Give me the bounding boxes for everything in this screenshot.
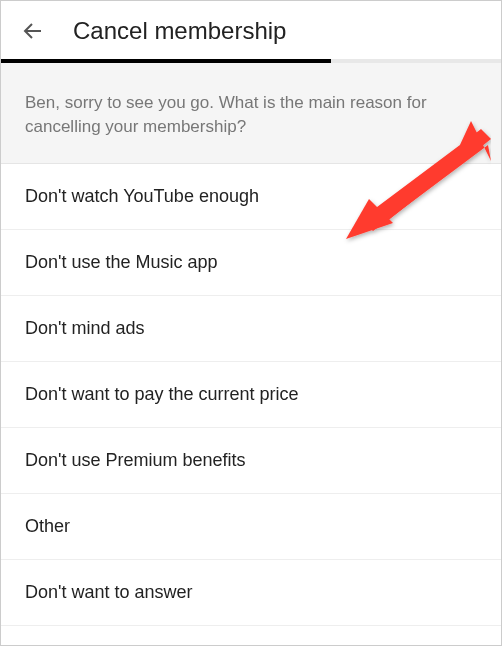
progress-fill [1, 59, 331, 63]
option-dont-want-answer[interactable]: Don't want to answer [1, 560, 501, 626]
page-title: Cancel membership [73, 17, 286, 45]
progress-bar [1, 59, 501, 63]
option-label: Don't mind ads [25, 318, 145, 338]
prompt-area: Ben, sorry to see you go. What is the ma… [1, 63, 501, 164]
option-label: Don't use the Music app [25, 252, 218, 272]
prompt-text: Ben, sorry to see you go. What is the ma… [25, 91, 477, 139]
option-dont-mind-ads[interactable]: Don't mind ads [1, 296, 501, 362]
option-dont-use-music[interactable]: Don't use the Music app [1, 230, 501, 296]
option-label: Don't use Premium benefits [25, 450, 246, 470]
options-list: Don't watch YouTube enough Don't use the… [1, 164, 501, 626]
option-label: Don't watch YouTube enough [25, 186, 259, 206]
option-label: Other [25, 516, 70, 536]
option-label: Don't want to answer [25, 582, 193, 602]
option-dont-use-premium[interactable]: Don't use Premium benefits [1, 428, 501, 494]
option-other[interactable]: Other [1, 494, 501, 560]
option-label: Don't want to pay the current price [25, 384, 299, 404]
option-dont-want-price[interactable]: Don't want to pay the current price [1, 362, 501, 428]
option-dont-watch-youtube[interactable]: Don't watch YouTube enough [1, 164, 501, 230]
header: Cancel membership [1, 1, 501, 59]
back-arrow-icon[interactable] [21, 19, 45, 43]
